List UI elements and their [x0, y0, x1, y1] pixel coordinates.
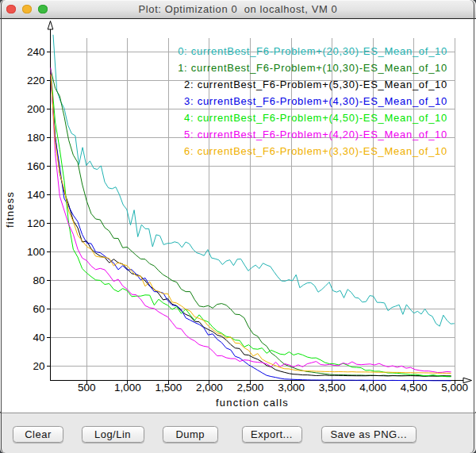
svg-text:1,500: 1,500	[155, 382, 182, 393]
svg-text:3,500: 3,500	[319, 382, 346, 393]
svg-text:2,500: 2,500	[237, 382, 264, 393]
svg-text:60: 60	[33, 303, 44, 315]
svg-text:2: currentBest_F6-Problem+(5,3: 2: currentBest_F6-Problem+(5,30)-ES_Mean…	[184, 79, 447, 90]
svg-text:1: currentBest_F6-Problem+(10,: 1: currentBest_F6-Problem+(10,30)-ES_Mea…	[178, 62, 447, 74]
svg-text:3: currentBest_F6-Problem+(4,3: 3: currentBest_F6-Problem+(4,30)-ES_Mean…	[184, 95, 447, 107]
svg-text:240: 240	[27, 46, 45, 58]
svg-text:function calls: function calls	[216, 397, 289, 409]
svg-text:5: currentBest_F6-Problem+(4,2: 5: currentBest_F6-Problem+(4,20)-ES_Mean…	[184, 129, 447, 140]
svg-text:200: 200	[27, 103, 45, 115]
svg-text:500: 500	[78, 382, 96, 393]
svg-text:140: 140	[27, 189, 45, 201]
svg-text:fitness: fitness	[4, 191, 16, 228]
svg-text:1,000: 1,000	[114, 382, 141, 393]
svg-text:2,000: 2,000	[196, 382, 223, 393]
svg-text:5,000: 5,000	[441, 382, 468, 393]
svg-text:120: 120	[27, 217, 45, 229]
svg-text:3,000: 3,000	[278, 382, 305, 393]
svg-text:4: currentBest_F6-Problem+(4,5: 4: currentBest_F6-Problem+(4,50)-ES_Mean…	[184, 112, 447, 124]
svg-text:4,000: 4,000	[359, 382, 386, 393]
svg-text:160: 160	[27, 160, 45, 172]
svg-text:0: currentBest_F6-Problem+(20,: 0: currentBest_F6-Problem+(20,30)-ES_Mea…	[178, 45, 447, 57]
svg-text:6: currentBest_F6-Problem+(3,3: 6: currentBest_F6-Problem+(3,30)-ES_Mean…	[184, 145, 447, 157]
svg-text:80: 80	[33, 274, 44, 286]
svg-text:20: 20	[33, 360, 44, 372]
svg-text:4,500: 4,500	[401, 382, 428, 393]
svg-text:220: 220	[27, 75, 45, 86]
svg-text:40: 40	[33, 332, 44, 344]
svg-text:180: 180	[27, 132, 45, 144]
svg-text:100: 100	[27, 246, 45, 258]
